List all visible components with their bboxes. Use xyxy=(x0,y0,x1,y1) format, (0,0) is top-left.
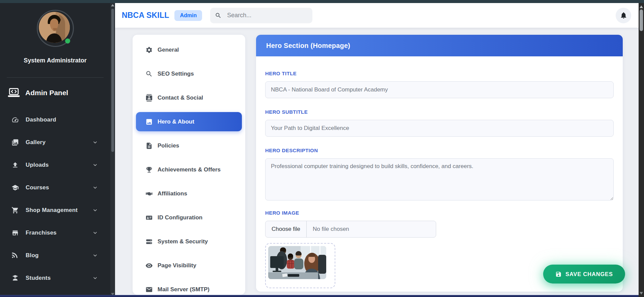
document-icon xyxy=(145,142,153,150)
id-card-icon xyxy=(145,214,153,221)
sidebar-item-uploads[interactable]: Uploads xyxy=(0,158,110,172)
settings-tab-label: ID Configuration xyxy=(158,214,202,221)
app-window: System Administrator Admin Panel Dashboa… xyxy=(0,0,644,297)
blog-icon xyxy=(11,252,19,259)
sidebar-item-courses[interactable]: Courses xyxy=(0,180,110,195)
chevron-down-icon xyxy=(92,162,98,168)
chevron-down-icon xyxy=(92,275,98,281)
sidebar-nav: Dashboard Gallery Uploads Courses Shop M… xyxy=(0,112,110,293)
hero-image-label: HERO IMAGE xyxy=(265,210,614,216)
hero-image-preview xyxy=(265,243,335,288)
hero-subtitle-input[interactable] xyxy=(265,120,614,137)
settings-tab-label: Page Visibility xyxy=(158,262,196,269)
settings-tab-hero-about[interactable]: Hero & About xyxy=(136,112,242,131)
sidebar-item-label: Shop Management xyxy=(26,207,78,214)
settings-tab-system-security[interactable]: System & Security xyxy=(136,232,242,251)
card-title: Hero Section (Homepage) xyxy=(266,42,350,50)
brand-logo: NBCA SKILL xyxy=(122,11,169,20)
avatar-photo xyxy=(39,12,70,43)
avatar-portrait-graphic xyxy=(39,12,70,43)
settings-tab-achievements-offers[interactable]: Achievements & Offers xyxy=(136,160,242,179)
chevron-down-icon xyxy=(92,185,98,190)
hero-section-card: Hero Section (Homepage) HERO TITLE HERO … xyxy=(256,35,623,292)
envelope-icon xyxy=(145,286,153,293)
sidebar-scrollbar[interactable] xyxy=(110,3,115,297)
chevron-down-icon xyxy=(92,253,98,258)
sidebar-item-label: Gallery xyxy=(26,139,46,146)
notifications-button[interactable] xyxy=(616,8,631,23)
hero-title-input[interactable] xyxy=(265,81,614,98)
settings-tab-label: System & Security xyxy=(158,238,208,245)
settings-tab-label: Achievements & Offers xyxy=(158,166,221,173)
scroll-up-arrow-icon[interactable] xyxy=(111,4,114,6)
window-scrollbar-thumb[interactable] xyxy=(640,9,643,31)
classroom-photo-graphic xyxy=(268,246,326,279)
trophy-icon xyxy=(145,166,153,173)
sidebar-item-label: Courses xyxy=(26,184,49,191)
sidebar-item-label: Blog xyxy=(26,252,39,259)
dashboard-icon xyxy=(11,116,19,124)
bell-icon xyxy=(620,11,627,19)
settings-tab-general[interactable]: General xyxy=(136,40,242,59)
sidebar-item-franchises[interactable]: Franchises xyxy=(0,225,110,240)
floppy-disk-icon xyxy=(555,271,562,277)
scroll-down-arrow-icon[interactable] xyxy=(640,292,643,295)
settings-tab-page-visibility[interactable]: Page Visibility xyxy=(136,256,242,275)
settings-tab-label: General xyxy=(158,47,179,53)
save-changes-button[interactable]: SAVE CHANGES xyxy=(543,265,625,284)
student-icon xyxy=(11,274,19,282)
search-icon xyxy=(215,12,222,19)
settings-tab-mail-server-smtp[interactable]: Mail Server (SMTP) xyxy=(136,280,242,297)
settings-nav-card: General SEO Settings Contact & Social He… xyxy=(133,35,245,295)
save-changes-label: SAVE CHANGES xyxy=(565,271,613,277)
graduation-cap-icon xyxy=(11,184,19,191)
search-box[interactable] xyxy=(210,8,312,23)
settings-tab-id-configuration[interactable]: ID Configuration xyxy=(136,208,242,227)
server-icon xyxy=(145,238,153,245)
choose-file-button[interactable]: Choose file xyxy=(265,221,307,237)
hero-title-label: HERO TITLE xyxy=(265,71,614,76)
sidebar-item-label: Students xyxy=(26,275,51,281)
search-icon xyxy=(145,70,153,78)
admin-badge: Admin xyxy=(174,10,202,21)
settings-tab-contact-social[interactable]: Contact & Social xyxy=(136,88,242,107)
settings-tab-seo-settings[interactable]: SEO Settings xyxy=(136,64,242,83)
hero-image-file-input[interactable]: Choose file No file chosen xyxy=(265,221,436,238)
settings-tab-label: Hero & About xyxy=(158,118,194,125)
main-content: General SEO Settings Contact & Social He… xyxy=(115,28,639,297)
browser-top-strip xyxy=(0,0,644,3)
gallery-icon xyxy=(11,139,19,146)
settings-tab-policies[interactable]: Policies xyxy=(136,136,242,155)
sidebar-divider xyxy=(7,77,104,78)
sidebar-scrollbar-thumb[interactable] xyxy=(111,9,114,152)
avatar xyxy=(37,10,74,47)
admin-panel-heading: Admin Panel xyxy=(7,88,68,97)
scroll-up-arrow-icon[interactable] xyxy=(640,5,643,8)
settings-tab-affiliations[interactable]: Affiliations xyxy=(136,184,242,203)
chevron-down-icon xyxy=(92,230,98,236)
chevron-down-icon xyxy=(92,140,98,145)
window-scrollbar[interactable] xyxy=(639,3,644,297)
sidebar-item-students[interactable]: Students xyxy=(0,271,110,286)
file-status-text: No file chosen xyxy=(307,221,355,237)
chevron-down-icon xyxy=(92,208,98,213)
search-input[interactable] xyxy=(226,11,302,19)
card-header: Hero Section (Homepage) xyxy=(256,35,623,56)
settings-tab-label: SEO Settings xyxy=(158,71,194,77)
sidebar-item-blog[interactable]: Blog xyxy=(0,248,110,263)
sidebar-item-dashboard[interactable]: Dashboard xyxy=(0,112,110,127)
image-icon xyxy=(145,118,153,126)
hero-description-textarea[interactable]: Professional computer training designed … xyxy=(265,158,614,200)
sidebar-item-gallery[interactable]: Gallery xyxy=(0,135,110,150)
hero-image-thumbnail xyxy=(268,246,326,279)
sidebar-item-shop-management[interactable]: Shop Management xyxy=(0,203,110,218)
sidebar: System Administrator Admin Panel Dashboa… xyxy=(0,3,110,297)
handshake-icon xyxy=(145,190,153,197)
cart-icon xyxy=(11,207,19,214)
gear-icon xyxy=(145,46,153,54)
hero-description-label: HERO DESCRIPTION xyxy=(265,147,614,153)
card-body: HERO TITLE HERO SUBTITLE HERO DESCRIPTIO… xyxy=(256,56,623,288)
user-name: System Administrator xyxy=(0,57,110,64)
upload-icon xyxy=(11,161,19,169)
store-icon xyxy=(11,229,19,237)
